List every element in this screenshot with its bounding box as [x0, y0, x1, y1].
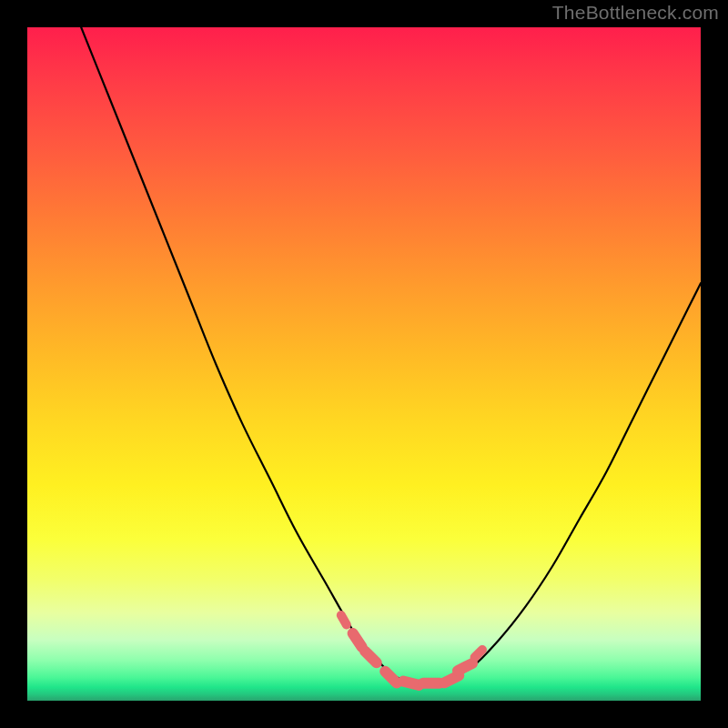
- curve-marker: [365, 652, 377, 663]
- curve-marker: [341, 615, 347, 624]
- plot-area: [27, 27, 701, 701]
- curve-marker: [385, 672, 397, 683]
- chart-frame: TheBottleneck.com: [0, 0, 728, 728]
- bottleneck-curve: [81, 27, 701, 684]
- curve-marker: [403, 682, 419, 685]
- curve-marker: [458, 663, 472, 671]
- curve-svg: [27, 27, 701, 701]
- curve-marker: [444, 675, 459, 682]
- curve-marker: [353, 633, 362, 647]
- curve-marker: [475, 650, 482, 657]
- watermark-text: TheBottleneck.com: [552, 2, 719, 24]
